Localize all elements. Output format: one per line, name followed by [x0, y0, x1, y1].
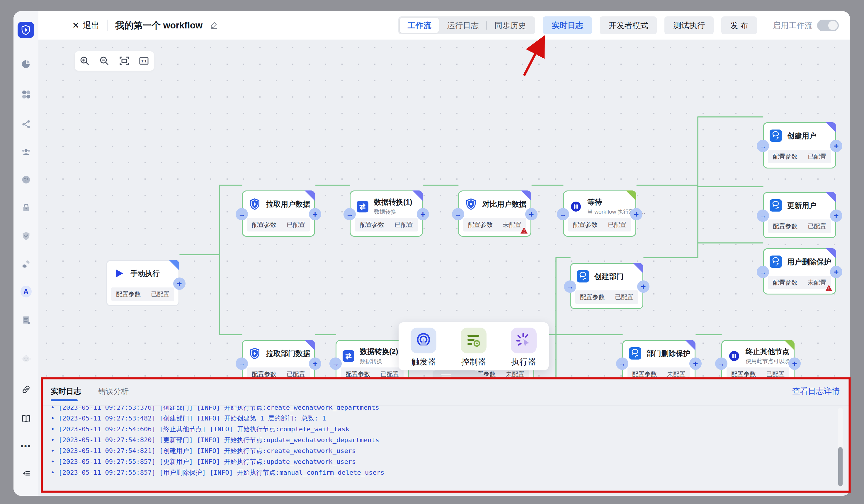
node-fetch-user-data[interactable]: 拉取用户数据配置参数已配置→+	[242, 191, 315, 237]
node-header: 终止其他节点使用此节点可以唤醒…	[722, 341, 794, 365]
header-divider	[107, 20, 108, 31]
add-node-port[interactable]: +	[525, 208, 538, 220]
add-node-port[interactable]: +	[788, 358, 801, 370]
input-port[interactable]: →	[757, 140, 769, 152]
node-update-user[interactable]: 更新用户配置参数已配置→+	[763, 192, 836, 238]
add-node-port[interactable]: +	[630, 208, 643, 220]
add-node-port[interactable]: +	[417, 208, 429, 220]
dev-mode-button[interactable]: 开发者模式	[600, 16, 657, 34]
node-config-bar[interactable]: 配置参数未配置	[768, 276, 831, 289]
input-port[interactable]: →	[329, 358, 342, 370]
add-node-port[interactable]: +	[830, 209, 842, 222]
node-config-bar[interactable]: 配置参数已配置	[768, 219, 831, 233]
more-icon[interactable]: •••	[21, 441, 32, 452]
fit-view-icon[interactable]	[118, 55, 130, 67]
enable-workflow-toggle[interactable]	[817, 20, 839, 31]
node-data-transform-1[interactable]: 数据转换(1)数据转换配置参数已配置→+	[350, 191, 423, 237]
node-config-bar[interactable]: 配置参数已配置	[568, 218, 631, 231]
zoom-toolbar: 1:1	[75, 51, 154, 71]
add-node-port[interactable]: +	[173, 277, 185, 290]
add-node-port[interactable]: +	[309, 208, 321, 220]
input-port[interactable]: →	[757, 266, 769, 278]
input-port[interactable]: →	[564, 280, 576, 293]
lock-icon[interactable]	[21, 202, 32, 213]
apps-grid-icon[interactable]	[21, 89, 32, 100]
log-scrollbar-thumb[interactable]	[838, 447, 843, 487]
pie-chart-icon[interactable]	[21, 59, 32, 70]
node-config-bar[interactable]: 配置参数未配置	[463, 218, 526, 231]
node-header: 数据转换(1)数据转换	[350, 191, 422, 216]
node-header: 对比用户数据	[459, 191, 530, 211]
document-icon[interactable]	[21, 314, 32, 326]
collapse-icon[interactable]	[21, 468, 32, 479]
node-config-bar[interactable]: 配置参数已配置	[111, 287, 174, 301]
input-port[interactable]: →	[616, 358, 628, 370]
view-tab-2[interactable]: 同步历史	[487, 18, 534, 33]
add-node-port[interactable]: +	[689, 358, 701, 370]
node-header: 拉取部门数据	[243, 341, 314, 360]
node-title: 手动执行	[130, 269, 160, 278]
node-compare-user-data[interactable]: 对比用户数据配置参数未配置→+	[458, 191, 531, 237]
config-status: 已配置	[808, 152, 826, 160]
palette-item-executor[interactable]: 执行器	[511, 328, 537, 368]
contacts-icon[interactable]	[21, 174, 32, 185]
team-icon[interactable]	[21, 146, 32, 158]
pause-icon	[569, 200, 583, 213]
input-port[interactable]: →	[757, 209, 769, 222]
node-user-delete-protect[interactable]: 用户删除保护配置参数未配置→+	[763, 248, 836, 295]
config-params-label: 配置参数	[773, 222, 797, 230]
view-tab-1[interactable]: 运行日志	[439, 18, 486, 33]
link-icon[interactable]	[21, 384, 32, 395]
zoom-out-icon[interactable]	[98, 55, 110, 67]
view-tab-0[interactable]: 工作流	[400, 18, 439, 33]
add-node-port[interactable]: +	[830, 140, 842, 152]
node-title: 数据转换(2)	[360, 347, 398, 356]
node-create-department[interactable]: 创建部门配置参数已配置→+	[570, 263, 643, 309]
node-title: 创建部门	[595, 272, 624, 281]
node-create-user[interactable]: 创建用户配置参数已配置→+	[763, 122, 836, 168]
node-wait[interactable]: 等待当 workflow 执行到此…配置参数已配置→+	[563, 191, 636, 237]
robot-icon[interactable]	[21, 353, 32, 364]
publish-button[interactable]: 发 布	[721, 16, 757, 34]
add-node-port[interactable]: +	[309, 358, 321, 370]
log-panel-tabs: 实时日志错误分析	[51, 382, 129, 401]
add-node-port[interactable]: +	[637, 280, 649, 293]
node-manual-trigger[interactable]: 手动执行配置参数已配置+	[106, 260, 179, 306]
share-icon[interactable]	[21, 119, 32, 130]
add-node-port[interactable]: +	[830, 266, 842, 278]
input-port[interactable]: →	[236, 358, 248, 370]
brush-icon[interactable]	[21, 258, 32, 269]
zoom-in-icon[interactable]	[79, 55, 91, 67]
exit-button[interactable]: ✕ 退出	[72, 20, 99, 31]
book-icon[interactable]	[21, 413, 32, 424]
view-log-detail-link[interactable]: 查看日志详情	[792, 386, 840, 396]
header-divider-2	[765, 20, 765, 31]
edit-title-icon[interactable]	[210, 21, 218, 30]
test-run-button[interactable]: 测试执行	[664, 16, 713, 34]
input-port[interactable]: →	[557, 208, 569, 220]
node-config-bar[interactable]: 配置参数已配置	[355, 218, 418, 231]
config-params-label: 配置参数	[116, 290, 141, 298]
node-config-bar[interactable]: 配置参数已配置	[247, 218, 310, 231]
actual-size-icon[interactable]: 1:1	[138, 55, 150, 67]
input-port[interactable]: →	[452, 208, 464, 220]
app-logo[interactable]	[17, 22, 34, 38]
shield-check-icon[interactable]	[21, 230, 32, 241]
transform-node-icon	[342, 350, 355, 362]
log-tab-1[interactable]: 错误分析	[98, 386, 129, 401]
node-config-bar[interactable]: 配置参数已配置	[768, 150, 831, 163]
input-port[interactable]: →	[236, 208, 248, 220]
transform-icon	[342, 349, 355, 363]
log-tab-0[interactable]: 实时日志	[51, 386, 81, 401]
palette-item-controller[interactable]: 控制器	[461, 328, 487, 368]
palette-item-trigger[interactable]: 触发器	[411, 328, 436, 368]
log-body[interactable]: • [2023-05-11 09:27:53:376] [创建部门] [INFO…	[51, 406, 832, 489]
a-badge-icon[interactable]: A	[21, 286, 32, 297]
node-config-bar[interactable]: 配置参数已配置	[575, 290, 638, 304]
realtime-log-button[interactable]: 实时日志	[543, 16, 592, 34]
node-title: 更新用户	[787, 201, 817, 211]
config-params-label: 配置参数	[252, 370, 276, 378]
input-port[interactable]: →	[344, 208, 356, 220]
input-port[interactable]: →	[715, 358, 728, 370]
log-scrollbar-track[interactable]	[838, 408, 843, 488]
